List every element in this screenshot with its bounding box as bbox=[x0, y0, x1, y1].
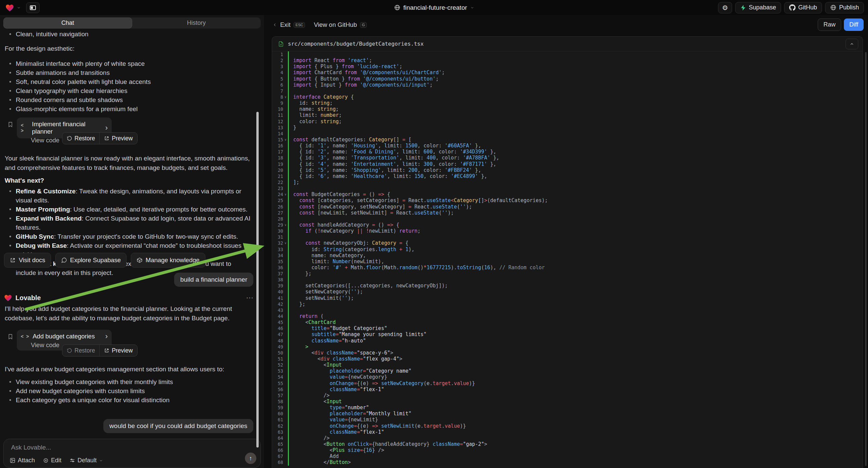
code-line: 65 <Button onClick={handleAddCategory} c… bbox=[272, 441, 863, 447]
send-button[interactable]: ↑ bbox=[245, 452, 256, 464]
fold-gutter bbox=[283, 356, 288, 362]
code-line: 39 setCategories([...categories, newCate… bbox=[272, 283, 863, 289]
message-menu-icon[interactable]: ⋯ bbox=[246, 293, 254, 302]
code-line: 51 <div className="flex gap-4"> bbox=[272, 356, 863, 362]
fold-gutter bbox=[283, 386, 288, 392]
github-icon bbox=[789, 4, 796, 11]
code-text: import React from 'react'; bbox=[289, 57, 372, 63]
project-selector[interactable]: financial-future-creator bbox=[394, 0, 474, 15]
version-card-add-budget-categories[interactable]: < > Add budget categories › View code Re… bbox=[17, 330, 112, 351]
code-line: 25 const [categories, setCategories] = R… bbox=[272, 197, 863, 203]
fold-gutter bbox=[283, 69, 288, 76]
code-line: 32∨ const newCategoryObj: Category = { bbox=[272, 240, 863, 246]
fold-toggle-icon[interactable]: ∨ bbox=[283, 222, 288, 228]
code-line: 16 { id: '1', name: 'Housing', limit: 15… bbox=[272, 143, 863, 149]
preview-button[interactable]: Preview bbox=[99, 133, 137, 144]
tab-chat[interactable]: Chat bbox=[3, 18, 132, 29]
code-text: ]; bbox=[289, 179, 299, 185]
code-line: 27 const [newLimit, setNewLimit] = React… bbox=[272, 210, 863, 216]
explore-supabase-button[interactable]: Explore Supabase bbox=[55, 253, 126, 268]
chevron-right-icon[interactable]: › bbox=[105, 333, 108, 340]
restore-button[interactable]: Restore bbox=[62, 345, 99, 356]
list-item: Subtle animations and transitions bbox=[5, 68, 252, 77]
image-icon bbox=[10, 458, 16, 463]
manage-knowledge-button[interactable]: Manage knowledge bbox=[131, 253, 205, 268]
chevron-down-icon bbox=[99, 459, 103, 463]
code-text: color: string; bbox=[289, 118, 342, 124]
version-card-implement-financial-planner[interactable]: < > Implement financial planner › View c… bbox=[17, 117, 112, 138]
view-on-github-button[interactable]: View on GitHub G bbox=[314, 21, 367, 29]
exit-button[interactable]: Exit ESC bbox=[273, 21, 305, 29]
fold-toggle-icon[interactable]: ∨ bbox=[283, 192, 288, 197]
code-line: 18 { id: '3', name: 'Transportation', li… bbox=[272, 155, 863, 161]
preview-button[interactable]: Preview bbox=[99, 345, 137, 356]
github-button[interactable]: GitHub bbox=[784, 2, 822, 13]
publish-globe-icon bbox=[830, 4, 836, 11]
code-text: }; bbox=[289, 271, 311, 276]
code-line: 59 type="number" bbox=[272, 405, 863, 411]
bookmark-icon[interactable] bbox=[7, 333, 13, 341]
code-line: 35 limit: Number(newLimit), bbox=[272, 259, 863, 265]
code-text: className="h-auto" bbox=[289, 338, 366, 344]
line-number: 50 bbox=[272, 350, 283, 356]
attach-button[interactable]: Attach bbox=[10, 457, 35, 464]
publish-button[interactable]: Publish bbox=[825, 2, 864, 13]
line-number: 39 bbox=[272, 283, 283, 289]
diff-toggle-button[interactable]: Diff bbox=[844, 19, 864, 31]
restore-icon bbox=[67, 348, 72, 353]
chat-input[interactable]: Ask Lovable... bbox=[11, 444, 51, 451]
line-number: 22 bbox=[272, 179, 283, 185]
code-line: 50 <div className="space-y-6"> bbox=[272, 350, 863, 356]
fold-gutter bbox=[283, 441, 288, 447]
fold-gutter bbox=[283, 161, 288, 167]
code-scrollbar[interactable] bbox=[865, 52, 867, 466]
chat-scrollbar[interactable] bbox=[256, 112, 259, 447]
line-number: 4 bbox=[272, 69, 283, 76]
fold-toggle-icon[interactable]: ∨ bbox=[283, 94, 288, 100]
chevron-left-icon bbox=[273, 23, 277, 27]
code-text: import { Plus } from 'lucide-react'; bbox=[289, 63, 402, 69]
assistant-name: Lovable bbox=[16, 294, 41, 302]
line-number: 66 bbox=[272, 447, 283, 453]
file-card: src/components/budget/BudgetCategories.t… bbox=[272, 36, 863, 468]
logo-menu-chevron-icon[interactable] bbox=[17, 6, 21, 10]
supabase-button[interactable]: Supabase bbox=[735, 2, 781, 13]
visit-docs-button[interactable]: Visit docs bbox=[4, 253, 51, 268]
code-line: 19 { id: '4', name: 'Entertainment', lim… bbox=[272, 161, 863, 167]
external-link-icon bbox=[104, 136, 110, 141]
code-line: 41 setNewLimit(''); bbox=[272, 295, 863, 301]
line-number: 27 bbox=[272, 210, 283, 216]
edit-button[interactable]: Edit bbox=[43, 457, 61, 464]
line-number: 21 bbox=[272, 173, 283, 179]
fold-gutter bbox=[283, 130, 288, 137]
fold-gutter bbox=[283, 204, 288, 210]
fold-gutter bbox=[283, 331, 288, 338]
raw-toggle-button[interactable]: Raw bbox=[818, 19, 841, 31]
collapse-file-button[interactable] bbox=[845, 39, 858, 49]
line-number: 28 bbox=[272, 216, 283, 222]
code-line: 9 id: string; bbox=[272, 100, 863, 106]
code-line: 24∨const BudgetCategories = () => { bbox=[272, 192, 863, 197]
code-line: 4import ChartCard from '@/components/ui/… bbox=[272, 69, 863, 76]
list-item: Add new budget categories with custom li… bbox=[5, 386, 252, 396]
tab-history[interactable]: History bbox=[132, 18, 261, 29]
fold-gutter bbox=[283, 368, 288, 374]
code-text: setCategories([...categories, newCategor… bbox=[289, 283, 448, 289]
settings-button[interactable]: ⚙ bbox=[718, 2, 732, 13]
model-selector[interactable]: Default bbox=[69, 457, 103, 464]
file-header[interactable]: src/components/budget/BudgetCategories.t… bbox=[272, 37, 863, 51]
fold-gutter bbox=[283, 51, 288, 57]
fold-toggle-icon[interactable]: ∨ bbox=[283, 240, 288, 246]
code-text bbox=[289, 276, 293, 283]
toggle-sidebar-button[interactable] bbox=[26, 2, 39, 13]
fold-gutter bbox=[283, 228, 288, 234]
restore-button[interactable]: Restore bbox=[62, 133, 99, 144]
code-text: import { Input } from '@/components/ui/i… bbox=[289, 82, 433, 88]
list-item: Rounded corners and subtle shadows bbox=[5, 95, 252, 105]
fold-toggle-icon[interactable]: ∨ bbox=[283, 137, 288, 143]
bookmark-icon[interactable] bbox=[7, 121, 13, 128]
chevron-right-icon[interactable]: › bbox=[105, 125, 108, 131]
line-number: 17 bbox=[272, 149, 283, 155]
fold-gutter bbox=[283, 118, 288, 124]
code-line: 53 placeholder="Category name" bbox=[272, 368, 863, 374]
